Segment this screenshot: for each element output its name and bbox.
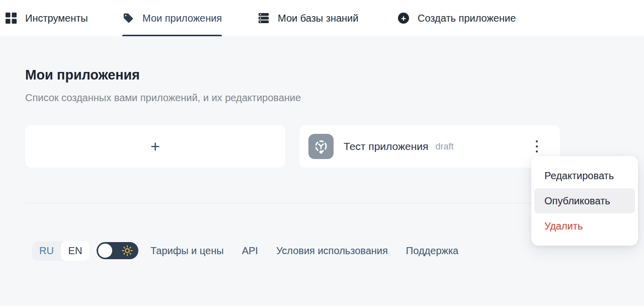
link-terms[interactable]: Условия использования [276, 245, 388, 257]
menu-item-publish[interactable]: Опубликовать [534, 188, 635, 213]
tab-knowledge-bases[interactable]: Мои базы знаний [258, 0, 358, 36]
toggle-knob [98, 244, 112, 258]
link-support[interactable]: Поддержка [406, 245, 458, 257]
app-hub-icon [308, 134, 334, 159]
top-nav: Инструменты Мои приложения Мои базы знан… [0, 0, 644, 36]
language-switch: RU EN [32, 241, 90, 261]
menu-item-delete[interactable]: Удалить [534, 213, 635, 239]
context-menu: Редактировать Опубликовать Удалить [531, 156, 638, 246]
tab-label: Мои приложения [142, 13, 222, 24]
add-app-card[interactable]: + [25, 125, 285, 168]
section-divider [25, 203, 619, 203]
grid-icon [5, 12, 17, 24]
footer-links: Тарифы и цены API Условия использования … [150, 245, 458, 257]
tab-label: Создать приложение [418, 13, 516, 24]
lang-ru-button[interactable]: RU [32, 241, 61, 261]
plus-circle-icon: + [397, 12, 410, 24]
theme-toggle[interactable] [97, 242, 138, 259]
tab-create-app[interactable]: + Создать приложение [397, 0, 516, 36]
app-name: Тест приложения [344, 140, 428, 152]
kebab-menu-icon[interactable] [534, 138, 540, 155]
link-pricing[interactable]: Тарифы и цены [150, 245, 224, 257]
footer: RU EN Тарифы и цены API Условия использо… [25, 241, 619, 261]
menu-item-edit[interactable]: Редактировать [534, 163, 635, 188]
tab-tools[interactable]: Инструменты [5, 0, 88, 36]
app-card[interactable]: Тест приложения draft [299, 125, 560, 168]
database-icon [258, 12, 270, 24]
tab-label: Мои базы знаний [278, 13, 358, 24]
tab-my-apps[interactable]: Мои приложения [122, 0, 222, 36]
tag-icon [122, 12, 134, 24]
page-subtitle: Список созданных вами приложений, и их р… [25, 92, 301, 104]
link-api[interactable]: API [242, 245, 258, 257]
lang-en-button[interactable]: EN [61, 241, 90, 261]
sun-icon [122, 245, 133, 258]
tab-label: Инструменты [25, 13, 88, 24]
plus-icon: + [150, 137, 160, 156]
status-badge: draft [435, 141, 453, 152]
page-title: Мои приложения [25, 67, 140, 83]
